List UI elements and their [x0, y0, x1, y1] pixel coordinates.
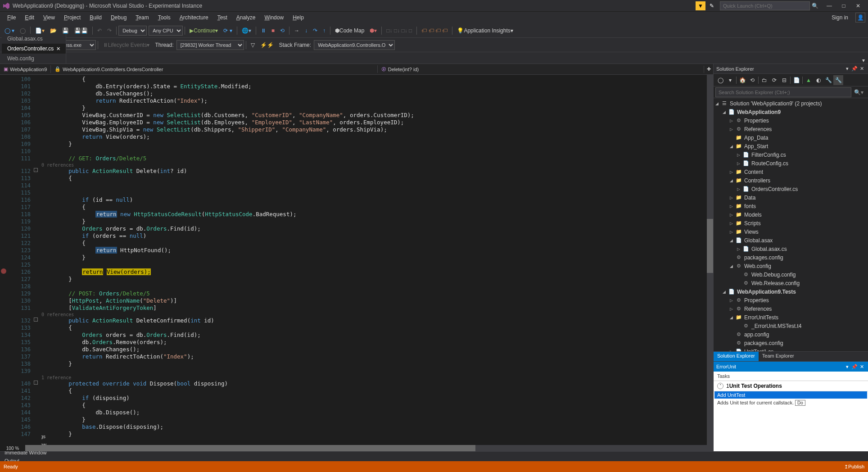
- search-icon[interactable]: 🔍▾: [851, 89, 866, 95]
- redo-button[interactable]: ↷: [104, 26, 114, 35]
- fold-button[interactable]: -: [34, 381, 38, 385]
- fold-button[interactable]: -: [34, 168, 38, 172]
- save-all-button[interactable]: 💾💾: [72, 26, 90, 35]
- menu-debug[interactable]: Debug: [106, 13, 131, 23]
- bookmark-group[interactable]: 🏷 🏷 🏷 🏷: [419, 26, 450, 35]
- platform-dropdown[interactable]: Any CPU: [149, 26, 183, 36]
- tree-node-content[interactable]: ▷📁Content: [714, 168, 868, 176]
- triangle-icon[interactable]: ▲: [804, 75, 814, 85]
- sync-icon[interactable]: ⟲: [747, 75, 757, 85]
- node-icon[interactable]: 🗀: [760, 75, 769, 85]
- user-icon[interactable]: 👤: [855, 13, 865, 23]
- tree-node-_errorunit-mstest-t4[interactable]: ⚙_ErrorUnit.MSTest.t4: [714, 322, 868, 330]
- step-over-button[interactable]: ↷: [310, 26, 320, 35]
- close-icon[interactable]: ✕: [56, 46, 60, 51]
- home-icon[interactable]: 🏠: [737, 75, 747, 85]
- tree-node-global-asax[interactable]: ◢📄Global.asax: [714, 236, 868, 245]
- horizontal-scrollbar[interactable]: [25, 445, 713, 451]
- undo-button[interactable]: ↶: [95, 26, 104, 35]
- restart-button[interactable]: ⟲: [277, 26, 287, 35]
- solution-node[interactable]: ◢☰Solution 'WebApplication9' (2 projects…: [714, 99, 868, 108]
- vertical-scrollbar[interactable]: [707, 75, 713, 445]
- tree-node-unittest1-cs[interactable]: ▷📄UnitTest1.cs: [714, 347, 868, 351]
- step-into-button[interactable]: ↓: [302, 26, 310, 35]
- show-next-statement-button[interactable]: →: [291, 26, 302, 35]
- solution-tree[interactable]: ◢☰Solution 'WebApplication9' (2 projects…: [714, 98, 868, 351]
- tree-node-webapplication9-tests[interactable]: ◢📄WebApplication9.Tests: [714, 287, 868, 296]
- app-insights-button[interactable]: 💡 Application Insights ▾: [454, 26, 515, 35]
- add-unittest-command[interactable]: Add UnitTest: [714, 391, 867, 399]
- tree-node-views[interactable]: ▷📁Views: [714, 227, 868, 236]
- errorunit-options[interactable]: ▾: [844, 364, 851, 370]
- menu-tools[interactable]: Tools: [154, 13, 175, 23]
- preview-icon[interactable]: ◐: [814, 75, 823, 85]
- tree-node-references[interactable]: ▷⚙References: [714, 304, 868, 313]
- notification-badge[interactable]: ▼: [696, 1, 705, 10]
- tab-global-asax-cs[interactable]: Global.asax.cs: [2, 34, 66, 44]
- menu-project[interactable]: Project: [59, 13, 85, 23]
- tree-node-filterconfig-cs[interactable]: ▷📄FilterConfig.cs: [714, 150, 868, 159]
- refresh-icon[interactable]: ⟳: [769, 75, 779, 85]
- feedback-icon[interactable]: ✎: [707, 1, 716, 10]
- menu-edit[interactable]: Edit: [20, 13, 39, 23]
- tab-solution-explorer[interactable]: Solution Explorer: [714, 352, 759, 361]
- maximize-button[interactable]: □: [836, 1, 851, 10]
- menu-analyze[interactable]: Analyze: [232, 13, 260, 23]
- fold-button[interactable]: -: [34, 318, 38, 322]
- errorunit-close[interactable]: ✕: [858, 364, 865, 370]
- tree-node-routeconfig-cs[interactable]: ▷📄RouteConfig.cs: [714, 159, 868, 168]
- menu-window[interactable]: Window: [260, 13, 288, 23]
- tree-node-errorunittests[interactable]: ◢📁ErrorUnitTests: [714, 313, 868, 322]
- split-button[interactable]: ✚: [704, 66, 713, 72]
- menu-team[interactable]: Team: [131, 13, 153, 23]
- zoom-display[interactable]: 100 %: [0, 445, 25, 451]
- crumb-project[interactable]: ▣WebApplication9: [0, 65, 51, 73]
- filter-icon[interactable]: ▽: [248, 41, 258, 50]
- tree-node-properties[interactable]: ▷⚙Properties: [714, 296, 868, 304]
- properties-icon[interactable]: 🔧: [823, 75, 833, 85]
- tree-node-app-config[interactable]: ⚙app.config: [714, 330, 868, 339]
- codemap-icon[interactable]: ⬢▾: [367, 26, 380, 35]
- tabs-overflow-button[interactable]: ▾: [859, 57, 868, 64]
- menu-help[interactable]: Help: [288, 13, 308, 23]
- refresh-button[interactable]: ⟳ ▾: [221, 26, 235, 35]
- threads-icon[interactable]: ⚡⚡: [258, 41, 276, 50]
- tree-node-properties[interactable]: ▷⚙Properties: [714, 116, 868, 125]
- publish-button[interactable]: ↥ Publish: [844, 464, 864, 470]
- crumb-method[interactable]: ⦿Delete(int? id): [378, 66, 704, 73]
- tree-node-web-config[interactable]: ◢⚙Web.config: [714, 262, 868, 270]
- menu-file[interactable]: File: [3, 13, 20, 23]
- close-button[interactable]: ✕: [851, 1, 865, 10]
- quick-launch-input[interactable]: [720, 1, 810, 10]
- tree-node-app_data[interactable]: 📁App_Data: [714, 133, 868, 142]
- browser-icon[interactable]: 🌐▾: [239, 26, 254, 35]
- tab-team-explorer[interactable]: Team Explorer: [759, 352, 798, 361]
- config-dropdown[interactable]: Debug: [118, 26, 147, 36]
- collapse-icon[interactable]: ⊟: [779, 75, 789, 85]
- tree-node-controllers[interactable]: ◢📁Controllers: [714, 176, 868, 185]
- tree-node-app_start[interactable]: ◢📁App_Start: [714, 142, 868, 150]
- code-area[interactable]: { db.Entry(orders).State = EntityState.M…: [41, 75, 713, 451]
- continue-button[interactable]: ▶ Continue ▾: [187, 26, 221, 35]
- showall-icon[interactable]: 📄: [791, 75, 801, 85]
- stop-button[interactable]: ■: [269, 26, 277, 35]
- thread-dropdown[interactable]: [29832] Worker Thread: [176, 40, 244, 50]
- step-out-button[interactable]: ↑: [320, 26, 328, 35]
- errorunit-operation-row[interactable]: ˄ 1 Unit Test Operations: [714, 381, 868, 391]
- tree-node-web-release-config[interactable]: ⚙Web.Release.config: [714, 279, 868, 287]
- panel-pin-button[interactable]: 📌: [851, 66, 858, 72]
- minimize-button[interactable]: —: [822, 1, 836, 10]
- fwd-icon[interactable]: ▾: [725, 75, 735, 85]
- tab-web-config[interactable]: Web.config: [2, 54, 66, 64]
- tree-node-fonts[interactable]: ▷📁fonts: [714, 202, 868, 210]
- pause-button[interactable]: ⏸: [258, 26, 269, 35]
- codemap-button[interactable]: ⬢ Code Map: [332, 26, 367, 35]
- tree-node-models[interactable]: ▷📁Models: [714, 210, 868, 219]
- menu-test[interactable]: Test: [213, 13, 232, 23]
- tree-node-data[interactable]: ▷📁Data: [714, 193, 868, 202]
- errorunit-pin[interactable]: 📌: [851, 364, 858, 370]
- crumb-class[interactable]: 🔒WebApplication9.Controllers.OrdersContr…: [51, 65, 377, 73]
- stack-frame-dropdown[interactable]: WebApplication9.Controllers.OrdersContr: [314, 40, 395, 50]
- solution-search-input[interactable]: [715, 87, 851, 97]
- do-button[interactable]: Do: [795, 400, 805, 406]
